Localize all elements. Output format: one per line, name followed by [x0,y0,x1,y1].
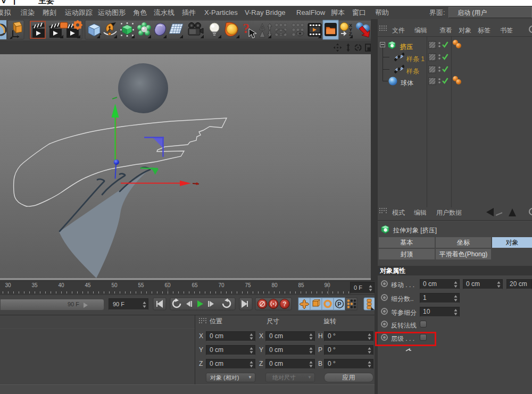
svg-text:?: ? [282,300,286,308]
svg-text:?: ? [243,21,250,36]
svg-text:P: P [337,301,341,307]
